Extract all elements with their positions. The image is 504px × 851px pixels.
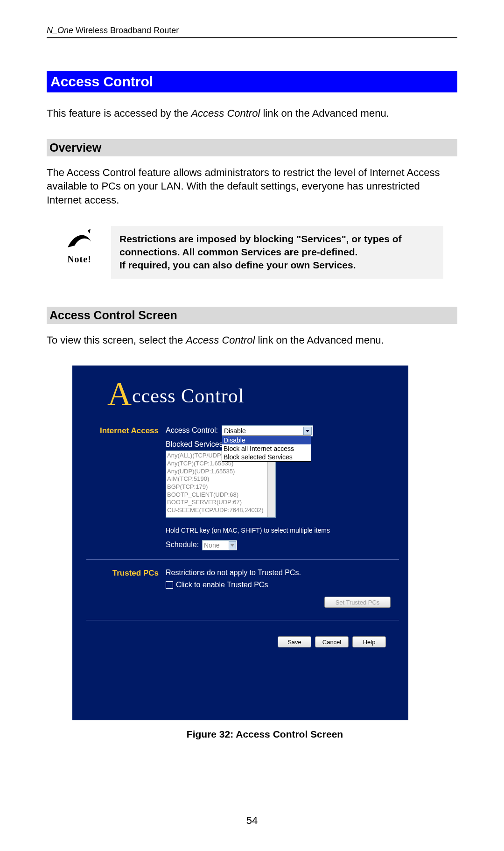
- screen-title: Access Control: [107, 375, 244, 414]
- screen-text-post: link on the Advanced menu.: [255, 334, 384, 346]
- figure-caption: Figure 32: Access Control Screen: [72, 729, 457, 740]
- list-item[interactable]: CU-SEEME(TCP/UDP:7648,24032): [167, 506, 274, 514]
- access-control-screenshot: Access Control Internet Access Access Co…: [72, 366, 408, 720]
- page-header: N_One Wireless Broadband Router: [47, 26, 457, 38]
- list-item[interactable]: BOOTP_SERVER(UDP:67): [167, 499, 274, 506]
- trusted-pcs-text: Restrictions do not apply to Trusted PCs…: [166, 569, 301, 577]
- trusted-pcs-checkbox-label: Click to enable Trusted PCs: [176, 581, 268, 589]
- label-access-control: Access Control:: [166, 426, 218, 435]
- dropdown-option-disable[interactable]: Disable: [222, 436, 311, 444]
- intro-post: link on the Advanced menu.: [260, 107, 389, 119]
- note-text: Restrictions are imposed by blocking "Se…: [111, 226, 443, 279]
- screen-heading: Access Control Screen: [47, 307, 457, 324]
- intro-pre: This feature is accessed by the: [47, 107, 191, 119]
- help-button[interactable]: Help: [352, 636, 386, 647]
- intro-text: This feature is accessed by the Access C…: [47, 106, 457, 120]
- screen-title-letter: A: [107, 375, 132, 413]
- multi-select-hint: Hold CTRL key (on MAC, SHIFT) to select …: [166, 527, 330, 534]
- dropdown-option-block-all[interactable]: Block all Internet access: [222, 444, 311, 453]
- product-name-italic: N_One: [47, 26, 73, 35]
- screen-text-link: Access Control: [186, 334, 255, 346]
- screen-title-rest: ccess Control: [132, 385, 244, 407]
- divider: [86, 620, 399, 620]
- screen-text-pre: To view this screen, select the: [47, 334, 186, 346]
- schedule-select[interactable]: None: [202, 540, 237, 550]
- list-item[interactable]: BGP(TCP:179): [167, 483, 274, 491]
- cancel-button[interactable]: Cancel: [315, 636, 349, 647]
- intro-link: Access Control: [191, 107, 260, 119]
- label-trusted-pcs: Trusted PCs: [77, 569, 159, 578]
- access-control-select[interactable]: Disable: [222, 425, 313, 436]
- trusted-pcs-checkbox[interactable]: [166, 581, 173, 589]
- save-button[interactable]: Save: [278, 636, 311, 647]
- schedule-value: None: [204, 542, 219, 549]
- access-control-dropdown[interactable]: Disable Block all Internet access Block …: [222, 436, 311, 462]
- label-schedule: Schedule:: [166, 541, 199, 549]
- note-line1: Restrictions are imposed by blocking "Se…: [119, 232, 435, 259]
- note-label: Note!: [61, 254, 98, 265]
- page-title: Access Control: [47, 71, 457, 92]
- label-internet-access: Internet Access: [77, 426, 159, 436]
- list-item[interactable]: Any(UDP)(UDP:1,65535): [167, 468, 274, 476]
- page-number: 54: [47, 815, 457, 827]
- dropdown-option-block-selected[interactable]: Block selected Services: [222, 453, 311, 461]
- overview-heading: Overview: [47, 139, 457, 156]
- list-item[interactable]: BOOTP_CLIENT(UDP:68): [167, 491, 274, 499]
- note-block: Note! Restrictions are imposed by blocki…: [61, 226, 443, 279]
- note-icon: Note!: [61, 226, 98, 265]
- product-name-rest: Wireless Broadband Router: [73, 26, 179, 35]
- note-line2: If required, you can also define your ow…: [119, 259, 435, 272]
- overview-text: The Access Control feature allows admini…: [47, 166, 457, 207]
- label-blocked-services: Blocked Services: [166, 440, 223, 449]
- scroll-down-icon[interactable]: ▾: [267, 509, 275, 517]
- screen-text: To view this screen, select the Access C…: [47, 333, 457, 347]
- set-trusted-pcs-button[interactable]: Set Trusted PCs: [324, 597, 391, 608]
- list-item[interactable]: AIM(TCP:5190): [167, 475, 274, 483]
- access-control-value: Disable: [224, 427, 246, 435]
- divider: [86, 559, 399, 560]
